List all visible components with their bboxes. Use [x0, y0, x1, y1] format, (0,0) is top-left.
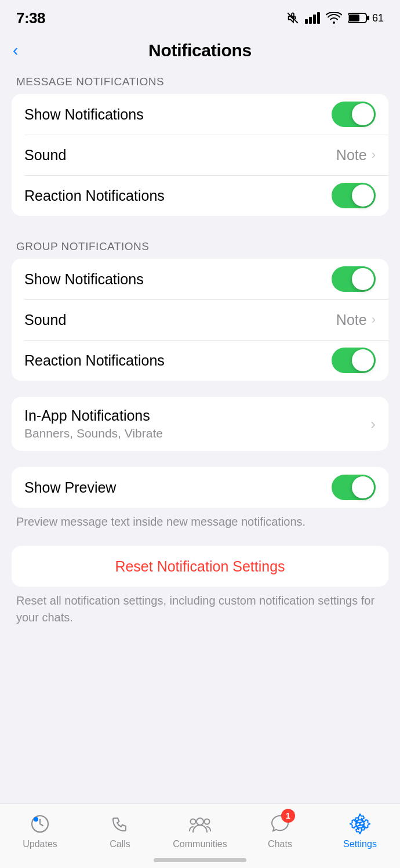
show-preview-card: Show Preview [12, 467, 388, 508]
msg-sound-value: Note [336, 147, 367, 164]
main-content: Message Notifications Show Notifications… [0, 67, 400, 734]
msg-reaction-label: Reaction Notifications [24, 187, 165, 204]
chats-label: Chats [268, 839, 292, 849]
grp-sound-row[interactable]: Sound Note › [12, 299, 388, 340]
battery-icon: 61 [348, 12, 384, 24]
msg-reaction-row: Reaction Notifications [12, 175, 388, 216]
inapp-label: In-App Notifications [24, 407, 150, 424]
settings-label: Settings [343, 839, 377, 849]
svg-point-9 [197, 818, 203, 825]
grp-show-notifications-label: Show Notifications [24, 271, 144, 288]
status-icons: 61 [286, 12, 384, 24]
msg-show-notifications-toggle[interactable] [332, 102, 376, 127]
wifi-icon [326, 12, 342, 24]
toggle-knob [352, 476, 374, 498]
tab-calls[interactable]: Calls [80, 811, 160, 849]
tab-updates[interactable]: Updates [0, 811, 80, 849]
grp-reaction-label: Reaction Notifications [24, 352, 165, 369]
back-button[interactable]: ‹ [13, 41, 18, 60]
grp-show-notifications-row: Show Notifications [12, 259, 388, 299]
calls-label: Calls [110, 839, 130, 849]
svg-rect-2 [313, 15, 316, 24]
grp-sound-value: Note [336, 312, 367, 328]
grp-sound-label: Sound [24, 312, 66, 328]
msg-show-notifications-label: Show Notifications [24, 106, 144, 123]
settings-icon [347, 811, 373, 837]
msg-sound-right: Note › [336, 147, 376, 164]
svg-rect-5 [367, 16, 369, 20]
communities-label: Communities [173, 839, 227, 849]
page-title: Notifications [148, 41, 252, 60]
group-notifications-card: Show Notifications Sound Note › Reaction… [12, 259, 388, 381]
svg-rect-6 [349, 15, 359, 21]
svg-rect-0 [305, 19, 308, 24]
inapp-sublabel: Banners, Sounds, Vibrate [24, 426, 163, 440]
grp-sound-right: Note › [336, 312, 376, 328]
toggle-knob [352, 268, 374, 290]
toggle-knob [352, 185, 374, 207]
inapp-notifications-card[interactable]: In-App Notifications Banners, Sounds, Vi… [12, 397, 388, 451]
msg-sound-chevron-icon: › [372, 147, 376, 162]
mute-icon [286, 12, 299, 24]
reset-label: Reset Notification Settings [24, 558, 376, 575]
section-label-group: Group Notifications [0, 232, 400, 259]
svg-rect-1 [309, 17, 312, 24]
message-notifications-card: Show Notifications Sound Note › Reaction… [12, 94, 388, 216]
svg-point-11 [205, 819, 210, 824]
msg-sound-label: Sound [24, 147, 66, 164]
section-label-message: Message Notifications [0, 67, 400, 94]
msg-sound-row[interactable]: Sound Note › [12, 135, 388, 175]
communities-icon [187, 811, 213, 837]
tab-chats[interactable]: 1 Chats [240, 811, 320, 849]
updates-label: Updates [23, 839, 57, 849]
show-preview-note: Preview message text inside new message … [0, 508, 400, 530]
svg-point-10 [191, 819, 196, 824]
grp-sound-chevron-icon: › [372, 312, 376, 327]
calls-icon [107, 811, 133, 837]
svg-point-8 [34, 817, 38, 822]
reset-settings-card[interactable]: Reset Notification Settings [12, 546, 388, 587]
inapp-chevron-icon: › [370, 415, 376, 433]
chats-icon: 1 [267, 811, 293, 837]
home-indicator [154, 858, 246, 862]
grp-show-notifications-toggle[interactable] [332, 266, 376, 292]
grp-reaction-toggle[interactable] [332, 348, 376, 373]
nav-header: ‹ Notifications [0, 31, 400, 67]
chats-badge: 1 [281, 809, 295, 823]
updates-icon [27, 811, 53, 837]
msg-reaction-toggle[interactable] [332, 183, 376, 208]
status-time: 7:38 [16, 9, 45, 27]
signal-icon [305, 12, 320, 24]
show-preview-toggle[interactable] [332, 475, 376, 500]
grp-reaction-row: Reaction Notifications [12, 340, 388, 381]
tab-settings[interactable]: Settings [320, 811, 400, 849]
show-preview-row: Show Preview [12, 467, 388, 508]
status-bar: 7:38 61 [0, 0, 400, 31]
reset-note: Reset all notification settings, includi… [0, 587, 400, 626]
tab-communities[interactable]: Communities [160, 811, 240, 849]
inapp-row[interactable]: In-App Notifications Banners, Sounds, Vi… [12, 397, 388, 451]
show-preview-label: Show Preview [24, 479, 116, 496]
battery-level: 61 [372, 12, 384, 24]
svg-rect-3 [317, 12, 320, 24]
msg-show-notifications-row: Show Notifications [12, 94, 388, 135]
toggle-knob [352, 349, 374, 371]
toggle-knob [352, 103, 374, 125]
reset-row[interactable]: Reset Notification Settings [12, 546, 388, 587]
